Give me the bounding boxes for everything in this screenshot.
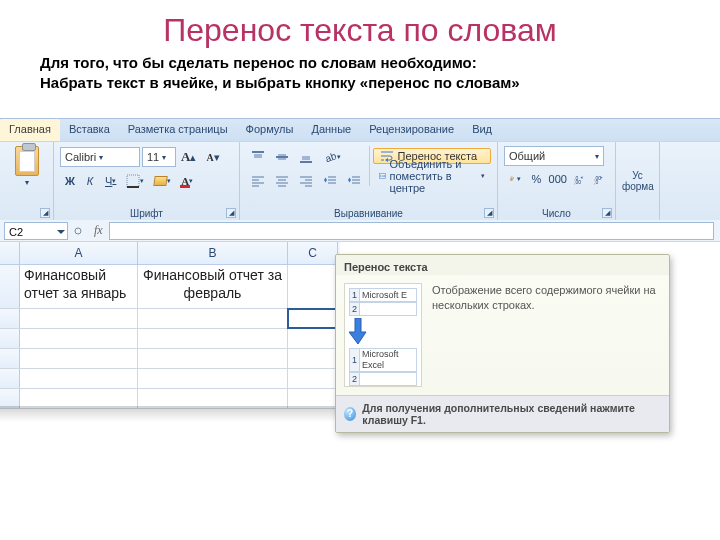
row-3 <box>0 329 340 349</box>
cell[interactable] <box>138 349 288 368</box>
svg-marker-40 <box>384 175 385 177</box>
cell[interactable] <box>20 349 138 368</box>
row-header[interactable] <box>0 369 20 388</box>
font-dialog-launcher[interactable]: ◢ <box>226 208 236 218</box>
column-header-C[interactable]: C <box>288 242 338 264</box>
formula-bar: C2 fx <box>0 220 720 242</box>
align-top-button[interactable] <box>247 147 269 167</box>
align-left-button[interactable] <box>247 171 269 191</box>
name-box[interactable]: C2 <box>4 222 68 240</box>
svg-marker-33 <box>348 180 351 183</box>
cell[interactable] <box>20 329 138 348</box>
tooltip-footer: ? Для получения дополнительных сведений … <box>336 395 669 432</box>
cell[interactable] <box>138 369 288 388</box>
group-alignment-label: Выравнивание <box>240 208 497 219</box>
font-color-button[interactable]: A▾ <box>177 171 197 191</box>
sheet-shadow <box>0 406 340 422</box>
italic-button[interactable]: К <box>81 171 99 191</box>
borders-button[interactable]: ▾ <box>122 171 148 191</box>
align-middle-button[interactable] <box>271 147 293 167</box>
tab-data[interactable]: Данные <box>302 119 360 141</box>
row-header[interactable] <box>0 329 20 348</box>
paste-button[interactable]: ▾ <box>6 146 48 187</box>
orientation-button[interactable]: ab▾ <box>319 147 345 167</box>
tab-view[interactable]: Вид <box>463 119 501 141</box>
tab-insert[interactable]: Вставка <box>60 119 119 141</box>
number-format-select[interactable]: Общий▾ <box>504 146 604 166</box>
formula-input[interactable] <box>109 222 714 240</box>
cell[interactable] <box>20 309 138 328</box>
cell[interactable] <box>288 369 338 388</box>
decrease-indent-button[interactable] <box>319 171 341 191</box>
cell[interactable] <box>288 349 338 368</box>
svg-text:ab: ab <box>324 150 337 164</box>
svg-rect-0 <box>127 175 139 187</box>
align-right-button[interactable] <box>295 171 317 191</box>
decrease-decimal-button[interactable]: ,00,0 <box>590 169 608 189</box>
cell-C1[interactable] <box>288 265 338 308</box>
tooltip-illustration: 1Microsoft E 2 1Microsoft Excel 2 <box>344 283 422 387</box>
cell[interactable] <box>138 329 288 348</box>
cell[interactable] <box>288 329 338 348</box>
slide-description: Для того, что бы сделать перенос по слов… <box>0 53 720 100</box>
align-center-button[interactable] <box>271 171 293 191</box>
fx-icon[interactable]: fx <box>94 223 103 238</box>
svg-text:,00: ,00 <box>574 179 581 185</box>
row-header[interactable] <box>0 349 20 368</box>
ribbon-body: ▾ ◢ Calibri▾ 11▾ A▴ A▾ Ж К Ч▾ ▾ ▾ A▾ Ш <box>0 141 720 221</box>
svg-marker-32 <box>348 178 351 181</box>
cell-A1[interactable]: Финансовый отчет за январь <box>20 265 138 308</box>
tab-home[interactable]: Главная <box>0 119 60 141</box>
merge-center-button[interactable]: a Объединить и поместить в центре ▾ <box>373 168 491 184</box>
row-2 <box>0 309 340 329</box>
tab-review[interactable]: Рецензирование <box>360 119 463 141</box>
cell[interactable] <box>138 309 288 328</box>
select-all-button[interactable] <box>0 242 20 264</box>
tab-page-layout[interactable]: Разметка страницы <box>119 119 237 141</box>
cell-B1[interactable]: Финансовый отчет за февраль <box>138 265 288 308</box>
cell[interactable] <box>20 369 138 388</box>
percent-button[interactable]: % <box>527 169 545 189</box>
cell-C2-active[interactable] <box>288 309 338 328</box>
clipboard-dialog-launcher[interactable]: ◢ <box>40 208 50 218</box>
clipboard-icon <box>15 146 39 176</box>
underline-button[interactable]: Ч▾ <box>101 171 120 191</box>
grow-font-button[interactable]: A▴ <box>177 147 200 167</box>
group-alignment: ab▾ Перенос текста <box>240 142 498 221</box>
align-bottom-button[interactable] <box>295 147 317 167</box>
row-1: Финансовый отчет за январь Финансовый от… <box>0 265 340 309</box>
increase-indent-button[interactable] <box>343 171 365 191</box>
svg-marker-47 <box>600 176 602 179</box>
row-header[interactable] <box>0 309 20 328</box>
wrap-text-tooltip: Перенос текста 1Microsoft E 2 1Microsoft… <box>335 254 670 433</box>
fill-color-button[interactable]: ▾ <box>150 171 175 191</box>
slide-title: Перенос текста по словам <box>0 0 720 53</box>
alignment-dialog-launcher[interactable]: ◢ <box>484 208 494 218</box>
help-icon: ? <box>344 407 356 421</box>
tab-formulas[interactable]: Формулы <box>237 119 303 141</box>
merge-icon: a <box>379 170 386 182</box>
font-name-select[interactable]: Calibri▾ <box>60 147 140 167</box>
ribbon: Главная Вставка Разметка страницы Формул… <box>0 118 720 222</box>
group-styles-partial: Ус форма <box>616 142 660 221</box>
group-number: Общий▾ ₽▾ % 000 ,0,00 ,00,0 Число ◢ <box>498 142 616 221</box>
row-header[interactable] <box>0 265 20 308</box>
bold-button[interactable]: Ж <box>61 171 79 191</box>
group-font: Calibri▾ 11▾ A▴ A▾ Ж К Ч▾ ▾ ▾ A▾ Шрифт ◢ <box>54 142 240 221</box>
number-dialog-launcher[interactable]: ◢ <box>602 208 612 218</box>
column-header-A[interactable]: A <box>20 242 138 264</box>
formula-bar-expand[interactable] <box>69 223 87 239</box>
font-size-select[interactable]: 11▾ <box>142 147 176 167</box>
tooltip-body-text: Отображение всего содержимого ячейки на … <box>432 283 661 387</box>
tooltip-title: Перенос текста <box>336 255 669 275</box>
paste-dropdown-icon[interactable]: ▾ <box>25 178 29 187</box>
accounting-format-button[interactable]: ₽▾ <box>505 169 525 189</box>
group-font-label: Шрифт <box>54 208 239 219</box>
increase-decimal-button[interactable]: ,0,00 <box>570 169 588 189</box>
shrink-font-button[interactable]: A▾ <box>202 147 223 167</box>
bucket-icon <box>154 176 168 186</box>
svg-point-48 <box>75 228 81 234</box>
comma-style-button[interactable]: 000 <box>547 169 568 189</box>
slide-desc-line2: Набрать текст в ячейке, и выбрать кнопку… <box>40 74 520 91</box>
column-header-B[interactable]: B <box>138 242 288 264</box>
